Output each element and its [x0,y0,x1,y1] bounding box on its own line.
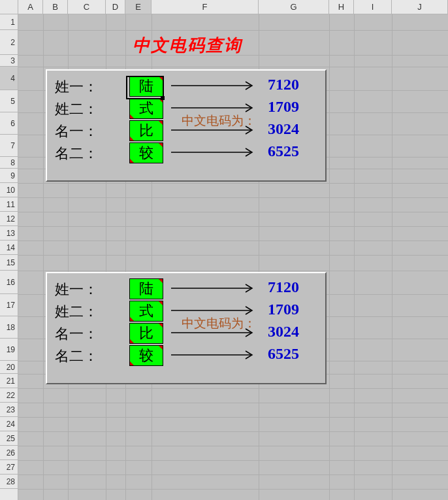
char-input-cell[interactable]: 较 [129,142,163,163]
row-header-12[interactable]: 12 [0,212,18,226]
arrow-icon [168,75,260,97]
code-output: 7120 [268,76,299,93]
field-label: 名二： [55,346,127,366]
row-header-21[interactable]: 21 [0,374,18,388]
row-header-7[interactable]: 7 [0,135,18,157]
char-input-cell[interactable]: 陆 [129,278,163,299]
row-header-25[interactable]: 25 [0,431,18,446]
row-header-13[interactable]: 13 [0,226,18,241]
field-label: 姓一： [55,77,127,97]
row-header-8[interactable]: 8 [0,157,18,169]
arrow-icon [168,344,260,366]
char-input-cell[interactable]: 式 [129,301,163,322]
row-header-27[interactable]: 27 [0,460,18,475]
field-label: 姓二： [55,99,127,119]
col-header-G[interactable]: G [259,0,329,14]
arrow-icon [168,141,260,163]
row-header-4[interactable]: 4 [0,67,18,90]
code-output: 6525 [268,142,299,160]
col-header-D[interactable]: D [106,0,125,14]
col-header-I[interactable]: I [354,0,392,14]
row-header-22[interactable]: 22 [0,388,18,403]
worksheet-area[interactable]: 中文电码查询 姓一：陆7120姓二：式1709名一：比3024名二：较6525中… [18,14,448,500]
col-header-C[interactable]: C [68,0,106,14]
row-header-3[interactable]: 3 [0,55,18,67]
code-output: 1709 [268,98,299,116]
char-input-cell[interactable]: 陆 [129,76,163,97]
column-header-row: ABCDEFGHIJ [0,0,448,14]
field-label: 名一： [55,324,127,344]
col-header-H[interactable]: H [329,0,354,14]
row-header-19[interactable]: 19 [0,339,18,361]
col-header-A[interactable]: A [18,0,43,14]
char-input-cell[interactable]: 较 [129,345,163,366]
row-header-26[interactable]: 26 [0,446,18,460]
page-title: 中文电码查询 [133,34,242,57]
char-input-cell[interactable]: 比 [129,323,163,344]
row-header-1[interactable]: 1 [0,14,18,30]
row-header-9[interactable]: 9 [0,169,18,183]
mid-label: 中文电码为： [170,112,268,129]
row-header-16[interactable]: 16 [0,271,18,294]
col-header-J[interactable]: J [392,0,448,14]
row-header-14[interactable]: 14 [0,241,18,255]
row-header-11[interactable]: 11 [0,197,18,212]
select-all-corner[interactable] [0,0,18,14]
char-input-cell[interactable]: 比 [129,120,163,141]
row-header-18[interactable]: 18 [0,316,18,339]
row-header-col: 1234567891011121314151617181920212223242… [0,14,18,500]
field-label: 名一： [55,122,127,141]
row-header-28[interactable]: 28 [0,475,18,489]
row-header-20[interactable]: 20 [0,361,18,374]
field-label: 姓一： [55,280,127,299]
arrow-icon [168,277,260,299]
code-output: 3024 [268,323,299,341]
row-header-15[interactable]: 15 [0,255,18,271]
row-header-5[interactable]: 5 [0,90,18,112]
row-header-17[interactable]: 17 [0,294,18,316]
char-input-cell[interactable]: 式 [129,98,163,119]
code-output: 1709 [268,301,299,318]
col-header-F[interactable]: F [152,0,259,14]
mid-label: 中文电码为： [170,315,268,332]
code-output: 3024 [268,120,299,138]
row-header-23[interactable]: 23 [0,403,18,417]
row-header-24[interactable]: 24 [0,417,18,431]
code-output: 7120 [268,278,299,296]
col-header-B[interactable]: B [43,0,68,14]
row-header-2[interactable]: 2 [0,30,18,55]
col-header-E[interactable]: E [125,0,152,14]
row-header-10[interactable]: 10 [0,183,18,197]
field-label: 姓二： [55,302,127,322]
field-label: 名二： [55,144,127,163]
code-output: 6525 [268,345,299,363]
row-header-6[interactable]: 6 [0,112,18,135]
